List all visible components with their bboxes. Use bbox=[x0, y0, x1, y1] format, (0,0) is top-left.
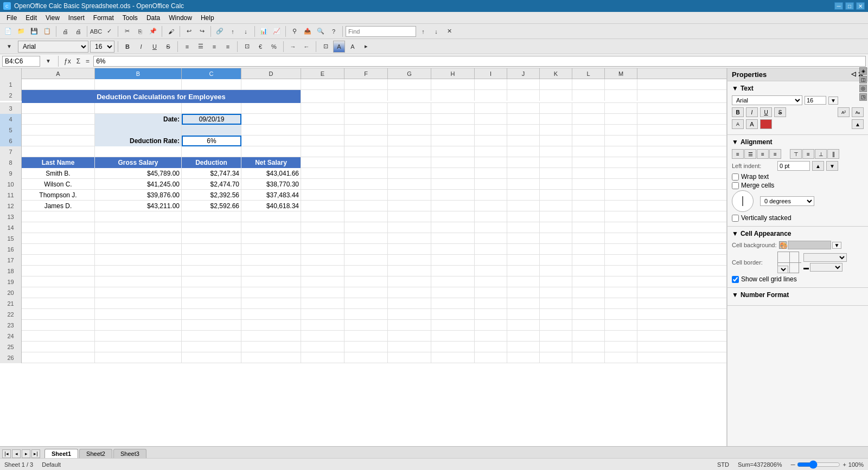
cell-c5[interactable] bbox=[182, 125, 241, 136]
cell-b10[interactable]: $41,245.00 bbox=[95, 179, 182, 190]
cell-h2[interactable] bbox=[431, 90, 475, 101]
font-color-button[interactable]: A bbox=[347, 41, 359, 53]
bold-button[interactable]: B bbox=[122, 41, 133, 53]
merge-button[interactable]: ⊡ bbox=[241, 41, 253, 53]
cell-d7[interactable] bbox=[241, 146, 301, 157]
col-header-h[interactable]: H bbox=[431, 68, 475, 79]
copy-button[interactable]: ⎘ bbox=[134, 25, 146, 37]
cell-m7[interactable] bbox=[605, 146, 637, 157]
open-button[interactable]: 📁 bbox=[15, 25, 27, 37]
print-button[interactable]: 🖨 bbox=[72, 25, 84, 37]
align-vfull-prop[interactable]: ‖ bbox=[827, 149, 839, 159]
zoom-out-button[interactable]: ─ bbox=[791, 461, 795, 468]
cell-appearance-title[interactable]: ▼ Cell Appearance bbox=[732, 230, 864, 237]
cell-c12[interactable]: $2,592.66 bbox=[182, 201, 241, 211]
sheet-tab-1[interactable]: Sheet1 bbox=[44, 449, 78, 458]
row-num-17[interactable]: 17 bbox=[0, 255, 22, 266]
cell-a12[interactable]: James D. bbox=[22, 201, 95, 211]
row-num-14[interactable]: 14 bbox=[0, 222, 22, 233]
cell-j2[interactable] bbox=[507, 90, 540, 101]
background-color-button[interactable]: A bbox=[333, 41, 345, 53]
cell-m6[interactable] bbox=[605, 136, 637, 146]
text-highlight-button[interactable]: ▲ bbox=[852, 119, 864, 129]
hyperlink-button[interactable]: 🔗 bbox=[214, 25, 226, 37]
cell-i4[interactable] bbox=[475, 114, 507, 125]
cell-m1[interactable] bbox=[605, 79, 637, 90]
save-as-button[interactable]: 📋 bbox=[41, 25, 53, 37]
menu-view[interactable]: View bbox=[41, 13, 64, 23]
col-header-g[interactable]: G bbox=[388, 68, 431, 79]
indent-decrease[interactable]: ▼ bbox=[826, 161, 838, 171]
zoom-in-button[interactable]: 🔍 bbox=[315, 25, 327, 37]
col-header-e[interactable]: E bbox=[301, 68, 344, 79]
cell-i9[interactable] bbox=[475, 168, 507, 179]
cell-e5[interactable] bbox=[301, 125, 344, 136]
cell-e4[interactable] bbox=[301, 114, 344, 125]
paste-button[interactable]: 📌 bbox=[147, 25, 159, 37]
cell-g9[interactable] bbox=[388, 168, 431, 179]
row-num-21[interactable]: 21 bbox=[0, 298, 22, 309]
col-header-k[interactable]: K bbox=[540, 68, 572, 79]
cell-k6[interactable] bbox=[540, 136, 572, 146]
tab-next-button[interactable]: ▸ bbox=[22, 449, 30, 458]
more-button[interactable]: ▸ bbox=[360, 41, 372, 53]
cell-c6-rate-value[interactable]: 6% bbox=[182, 136, 241, 146]
row-num-4[interactable]: 4 bbox=[0, 114, 22, 125]
justify-button[interactable]: ≡ bbox=[222, 41, 234, 53]
cell-f8[interactable] bbox=[344, 157, 388, 168]
cell-e12[interactable] bbox=[301, 201, 344, 211]
find-input[interactable] bbox=[346, 26, 416, 37]
cell-h5[interactable] bbox=[431, 125, 475, 136]
cell-j10[interactable] bbox=[507, 179, 540, 190]
sigma-button[interactable]: Σ bbox=[75, 57, 82, 65]
cell-j6[interactable] bbox=[507, 136, 540, 146]
cell-l8[interactable] bbox=[572, 157, 605, 168]
align-center-button[interactable]: ☰ bbox=[195, 41, 207, 53]
cell-e7[interactable] bbox=[301, 146, 344, 157]
cell-i10[interactable] bbox=[475, 179, 507, 190]
cell-d8-header[interactable]: Net Salary bbox=[241, 157, 301, 168]
col-header-b[interactable]: B bbox=[95, 68, 182, 79]
equals-button[interactable]: = bbox=[84, 57, 91, 65]
cell-f4[interactable] bbox=[344, 114, 388, 125]
cell-c1[interactable] bbox=[182, 79, 241, 90]
cell-l1[interactable] bbox=[572, 79, 605, 90]
text-section-title[interactable]: ▼ Text bbox=[732, 85, 864, 92]
orientation-circle[interactable] bbox=[732, 190, 754, 212]
zoom-in-button-status[interactable]: + bbox=[843, 461, 846, 468]
font-name-prop[interactable]: Arial bbox=[732, 95, 802, 105]
menu-data[interactable]: Data bbox=[142, 13, 164, 23]
sheet-tab-3[interactable]: Sheet3 bbox=[113, 449, 146, 458]
cell-c3[interactable] bbox=[182, 103, 241, 114]
cell-k1[interactable] bbox=[540, 79, 572, 90]
maximize-button[interactable]: □ bbox=[845, 2, 854, 10]
row-num-11[interactable]: 11 bbox=[0, 190, 22, 201]
chart-button[interactable]: 📊 bbox=[258, 25, 270, 37]
cell-c4-date-value[interactable]: 09/20/19 bbox=[182, 114, 241, 125]
cell-e10[interactable] bbox=[301, 179, 344, 190]
cell-b6-rate-label[interactable]: Deduction Rate: bbox=[95, 136, 182, 146]
align-left-prop[interactable]: ≡ bbox=[732, 149, 744, 159]
align-justify-prop[interactable]: ≡ bbox=[769, 149, 781, 159]
cell-h6[interactable] bbox=[431, 136, 475, 146]
col-header-f[interactable]: F bbox=[344, 68, 388, 79]
cell-m4[interactable] bbox=[605, 114, 637, 125]
undo-button[interactable]: ↩ bbox=[183, 25, 195, 37]
cell-d3[interactable] bbox=[241, 103, 301, 114]
cell-b8-header[interactable]: Gross Salary bbox=[95, 157, 182, 168]
sidebar-icon-4[interactable]: ◳ bbox=[859, 93, 867, 101]
row-num-1[interactable]: 1 bbox=[0, 79, 22, 90]
cell-a5[interactable] bbox=[22, 125, 95, 136]
cell-i7[interactable] bbox=[475, 146, 507, 157]
font-size-dropdown[interactable]: ▼ bbox=[828, 96, 838, 105]
function-wizard-button[interactable]: ƒx bbox=[62, 57, 73, 65]
row-num-5[interactable]: 5 bbox=[0, 125, 22, 136]
row-num-3[interactable]: 3 bbox=[0, 103, 22, 114]
cell-bg-color-box[interactable] bbox=[788, 241, 831, 249]
number-format-title[interactable]: ▼ Number Format bbox=[732, 291, 864, 299]
wrap-text-checkbox[interactable] bbox=[732, 173, 739, 181]
font-color-prop[interactable]: A bbox=[746, 119, 758, 129]
cell-k4[interactable] bbox=[540, 114, 572, 125]
cell-a3[interactable] bbox=[22, 103, 95, 114]
cell-a7[interactable] bbox=[22, 146, 95, 157]
